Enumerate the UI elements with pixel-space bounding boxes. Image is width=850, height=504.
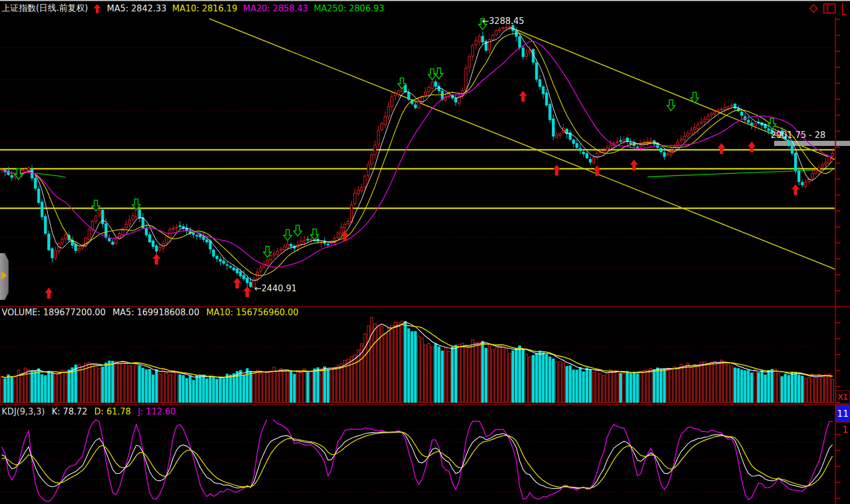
volume-bar — [139, 365, 141, 403]
candle-body — [741, 112, 743, 115]
kdj-j-label: J: 112.60 — [138, 407, 176, 417]
volume-bars[interactable] — [1, 318, 833, 403]
candle-body — [556, 135, 558, 137]
volume-bar — [546, 355, 548, 403]
candle-body — [216, 257, 218, 259]
candle-body — [710, 113, 713, 115]
volume-bar — [206, 379, 208, 403]
candle-body — [24, 169, 26, 172]
volume-bar — [256, 370, 258, 403]
volume-bar — [539, 351, 541, 403]
candle-body — [815, 170, 817, 173]
split-window-icon[interactable] — [823, 3, 837, 14]
volume-bar — [475, 343, 477, 403]
volume-bar — [569, 365, 571, 403]
volume-bar — [253, 373, 255, 403]
candle-body — [724, 108, 726, 109]
volume-bar — [233, 373, 235, 403]
candle-body — [707, 116, 709, 120]
candle-body — [394, 94, 396, 96]
candle-body — [132, 216, 134, 220]
candle-body — [172, 228, 174, 229]
candle-body — [431, 82, 433, 88]
volume-bar — [660, 369, 662, 403]
volume-bar — [764, 375, 766, 403]
volume-bar — [576, 370, 578, 403]
candle-body — [804, 182, 807, 186]
volume-bar — [788, 375, 790, 403]
candle-body — [572, 140, 575, 143]
candle-body — [145, 229, 148, 235]
ma250-line — [35, 169, 832, 177]
volume-bar — [11, 376, 13, 403]
diamond-icon[interactable] — [808, 3, 819, 14]
volume-bar — [495, 348, 497, 403]
candles-layer[interactable] — [1, 20, 833, 288]
candle-body — [609, 145, 612, 149]
volume-bar — [51, 373, 54, 403]
volume-bar — [14, 376, 17, 403]
candle-body — [673, 147, 676, 150]
volume-bar — [182, 375, 185, 403]
volume-bar — [404, 321, 406, 403]
volume-bar — [525, 354, 527, 403]
volume-label: VOLUME: 189677200.00 — [2, 307, 105, 318]
volume-bar — [744, 371, 746, 403]
volume-ma5-label: MA5: 169918608.00 — [112, 307, 199, 318]
candle-body — [767, 129, 770, 131]
panel-expander-tab[interactable] — [0, 253, 9, 300]
volume-bar — [690, 368, 693, 403]
volume-bar — [128, 365, 131, 403]
candle-body — [273, 254, 275, 255]
candle-body — [229, 266, 231, 267]
candle-body — [259, 268, 262, 271]
volume-bar — [199, 375, 201, 403]
volume-bar — [502, 347, 504, 403]
volume-bar — [250, 372, 252, 403]
volume-bar — [684, 365, 686, 403]
volume-bar — [528, 357, 531, 403]
buy-arrow-icon — [791, 184, 799, 195]
volume-bar — [219, 377, 222, 403]
candle-body — [794, 153, 796, 170]
volume-bar — [98, 368, 100, 403]
candle-body — [468, 56, 470, 67]
candle-body — [82, 246, 84, 248]
volume-bar — [677, 368, 679, 403]
candle-body — [434, 82, 437, 87]
candle-body — [27, 168, 30, 170]
candle-body — [381, 124, 383, 130]
candle-body — [438, 86, 440, 91]
side-bracket-icon[interactable] — [841, 3, 847, 15]
volume-bar — [556, 362, 558, 403]
candle-body — [206, 239, 208, 242]
chart-canvas[interactable] — [0, 0, 850, 504]
volume-bar — [176, 373, 178, 403]
volume-bar — [825, 375, 827, 403]
volume-bar — [155, 369, 157, 403]
up-arrow-icon — [93, 4, 101, 13]
buy-arrow-icon — [519, 91, 527, 101]
volume-bar — [41, 375, 43, 403]
candle-body — [351, 205, 353, 222]
candle-body — [831, 153, 833, 156]
volume-bar — [229, 375, 231, 403]
volume-bar — [620, 373, 622, 403]
volume-bar — [64, 371, 67, 403]
series-line — [35, 173, 66, 177]
volume-bar — [626, 371, 628, 403]
volume-bar — [767, 371, 770, 403]
volume-bar — [519, 346, 521, 403]
candle-body — [583, 152, 585, 154]
volume-bar — [727, 364, 729, 403]
volume-bar — [209, 376, 212, 403]
volume-bar — [680, 364, 682, 403]
volume-bar — [566, 367, 568, 403]
volume-unit-badge: X1 — [836, 390, 850, 404]
candle-body — [280, 249, 282, 250]
candle-body — [327, 244, 329, 245]
volume-bar — [31, 371, 33, 403]
volume-bar — [801, 376, 803, 403]
volume-bar — [643, 370, 645, 403]
kdj-pane-header: KDJ(9,3,3) K: 78.72 D: 61.78 J: 112.60 — [2, 407, 176, 417]
